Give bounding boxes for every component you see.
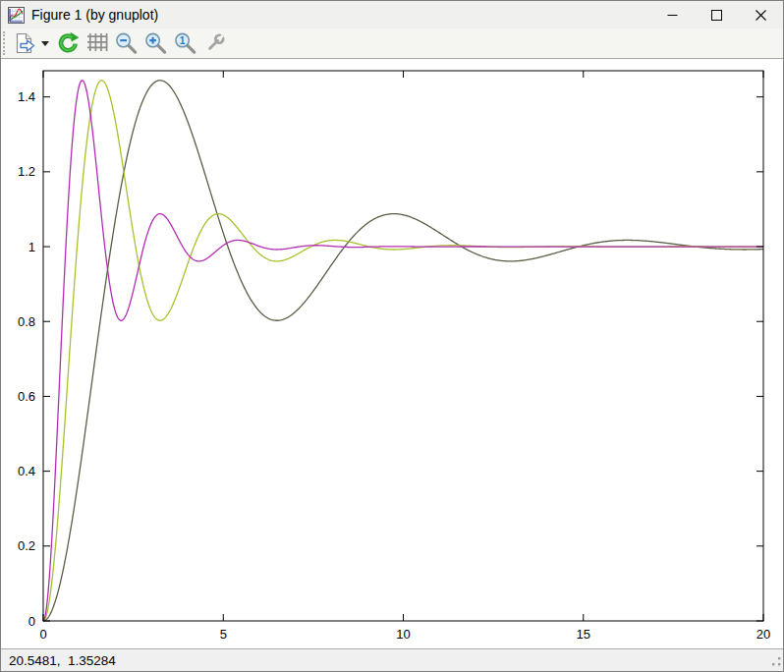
y-tick-label: 0 bbox=[28, 614, 35, 629]
x-tick-label: 10 bbox=[396, 627, 410, 642]
gnuplot-figure-window: Figure 1 (by gnuplot) bbox=[0, 0, 784, 672]
y-tick-label: 0.4 bbox=[18, 464, 35, 478]
zoom-out-button[interactable] bbox=[113, 30, 140, 57]
zoom-out-icon bbox=[114, 30, 139, 56]
y-tick-label: 1.2 bbox=[18, 164, 35, 179]
refresh-icon bbox=[56, 31, 80, 55]
y-tick-label: 0.6 bbox=[18, 389, 35, 404]
export-plot-button[interactable] bbox=[11, 30, 37, 57]
export-plot-icon bbox=[13, 31, 36, 55]
resize-grip-icon bbox=[770, 655, 782, 667]
caption-buttons bbox=[650, 1, 783, 28]
y-tick-label: 1.4 bbox=[18, 89, 35, 104]
series-line-wn-1-zeta-0-25 bbox=[43, 81, 763, 621]
gnuplot-app-icon bbox=[8, 7, 25, 24]
minimize-button[interactable] bbox=[650, 1, 695, 28]
y-tick-label: 0.2 bbox=[18, 538, 35, 553]
toolbar-grip-handle[interactable] bbox=[3, 31, 7, 55]
statusbar: 20.5481, 1.35284 bbox=[1, 648, 783, 672]
wrench-icon bbox=[203, 31, 227, 55]
plot-canvas[interactable]: 0510152000.20.40.60.811.21.4 bbox=[1, 59, 783, 648]
y-tick-label: 0.8 bbox=[18, 314, 35, 329]
grid-icon bbox=[85, 31, 109, 55]
x-tick-label: 0 bbox=[39, 627, 46, 642]
zoom-reset-button[interactable]: 1 bbox=[172, 30, 198, 57]
replot-button[interactable] bbox=[54, 30, 81, 57]
cursor-coordinates: 20.5481, 1.35284 bbox=[9, 653, 116, 668]
x-tick-label: 5 bbox=[220, 627, 227, 642]
x-tick-label: 15 bbox=[577, 627, 590, 642]
export-dropdown-arrow[interactable] bbox=[40, 30, 50, 57]
toggle-grid-button[interactable] bbox=[84, 30, 110, 57]
window-title: Figure 1 (by gnuplot) bbox=[31, 7, 158, 23]
plot-area[interactable]: 0510152000.20.40.60.811.21.4 bbox=[1, 59, 784, 648]
plot-border bbox=[43, 71, 763, 621]
x-tick-label: 20 bbox=[756, 627, 770, 642]
toolbar: 1 bbox=[1, 28, 783, 59]
zoom-one-icon: 1 bbox=[173, 30, 197, 56]
titlebar[interactable]: Figure 1 (by gnuplot) bbox=[1, 1, 783, 28]
series-line-wn-2-zeta-0-25 bbox=[43, 81, 763, 621]
maximize-button[interactable] bbox=[695, 1, 739, 28]
svg-text:1: 1 bbox=[180, 35, 186, 46]
series-line-wn-3-zeta-0-25 bbox=[43, 81, 763, 621]
zoom-in-icon bbox=[143, 30, 168, 56]
y-tick-label: 1 bbox=[28, 240, 35, 254]
resize-grip[interactable] bbox=[770, 653, 782, 671]
close-button[interactable] bbox=[739, 1, 783, 28]
settings-button[interactable] bbox=[201, 30, 228, 57]
zoom-in-button[interactable] bbox=[142, 30, 169, 57]
chevron-down-icon bbox=[41, 41, 49, 46]
